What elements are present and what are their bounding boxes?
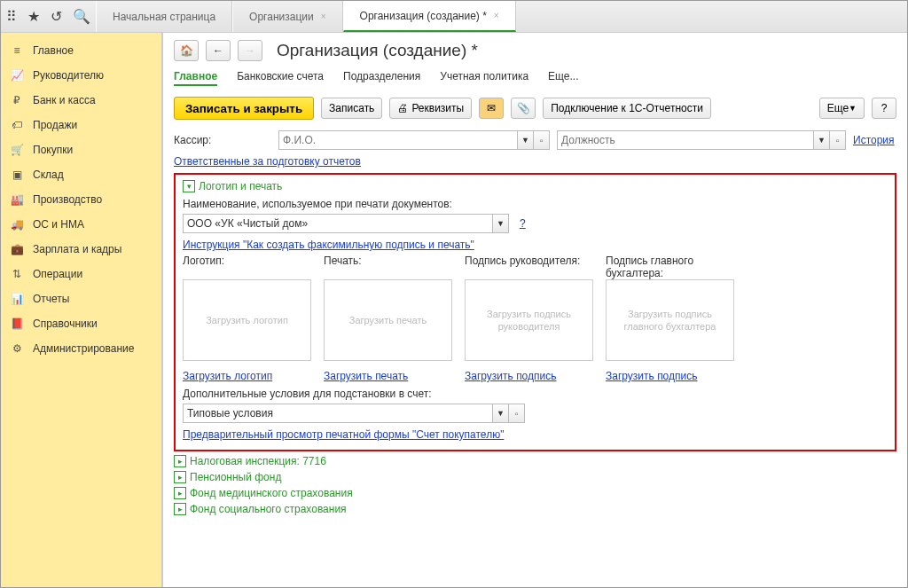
expander-label: Фонд медицинского страхования [190,487,353,499]
list-icon: ≡ [10,44,24,57]
expander-pfr[interactable]: ▸Пенсионный фонд [174,471,896,483]
cashier-position-input[interactable] [557,130,814,150]
expander-fms[interactable]: ▸Фонд медицинского страхования [174,487,896,499]
tag-icon: 🏷 [10,119,24,131]
help-link[interactable]: ? [520,217,526,230]
open-button[interactable]: ▫ [830,130,846,150]
sidebar-item-warehouse[interactable]: ▣Склад [1,162,161,187]
sidebar-item-refs[interactable]: 📕Справочники [1,311,161,336]
sidebar-item-label: Продажи [33,119,77,131]
sidebar-item-production[interactable]: 🏭Производство [1,187,161,212]
sidebar-item-label: Банк и касса [33,94,96,106]
tab-orgs[interactable]: Организации× [232,1,342,32]
cashier-label: Кассир: [174,134,271,146]
gear-icon: ⚙ [10,342,24,355]
sidebar-item-purchases[interactable]: 🛒Покупки [1,137,161,162]
section-title: Логотип и печать [199,180,282,192]
sidebar: ≡Главное 📈Руководителю ₽Банк и касса 🏷Пр… [1,33,162,587]
tab-label: Организации [249,11,314,23]
subtab-bank[interactable]: Банковские счета [237,70,324,86]
expander-fss[interactable]: ▸Фонд социального страхования [174,503,896,515]
expander-label: Налоговая инспекция: 7716 [190,455,326,467]
cashier-fio: ▼ ▫ [278,130,550,150]
upload-accountant-box[interactable]: Загрузить подпись главного бухгалтера [606,279,734,361]
chevron-right-icon: ▸ [174,487,186,499]
forward-button[interactable]: → [238,40,262,61]
close-icon[interactable]: × [321,12,326,21]
cashier-row: Кассир: ▼ ▫ ▼ ▫ История [174,130,896,150]
nav-toolbar: 🏠 ← → Организация (создание) * [163,33,907,65]
tab-start[interactable]: Начальная страница [96,1,232,32]
home-button[interactable]: 🏠 [174,40,199,61]
search-icon[interactable]: 🔍 [73,8,90,25]
save-button[interactable]: Записать [321,98,382,119]
help-button[interactable]: ? [872,98,896,119]
sidebar-item-bank[interactable]: ₽Банк и касса [1,88,161,113]
instruction-link[interactable]: Инструкция "Как создать факсимильную под… [183,239,474,251]
sidebar-item-manager[interactable]: 📈Руководителю [1,63,161,88]
upload-stamp-link[interactable]: Загрузить печать [324,370,452,382]
sidebar-item-reports[interactable]: 📊Отчеты [1,286,161,311]
subtab-more[interactable]: Еще... [548,70,578,86]
dropdown-button[interactable]: ▼ [493,214,509,233]
subtab-policy[interactable]: Учетная политика [440,70,528,86]
sidebar-item-assets[interactable]: 🚚ОС и НМА [1,212,161,237]
expander-label: Пенсионный фонд [190,471,281,483]
history-icon[interactable]: ↺ [51,8,62,25]
close-icon[interactable]: × [494,11,499,20]
button-label: Еще [827,102,849,114]
sidebar-item-hr[interactable]: 💼Зарплата и кадры [1,237,161,262]
sidebar-item-label: Покупки [33,144,73,156]
sidebar-item-admin[interactable]: ⚙Администрирование [1,336,161,361]
apps-icon[interactable]: ⠿ [6,8,17,25]
section-logo-toggle[interactable]: ▾ Логотип и печать [183,180,888,192]
upload-logo-link[interactable]: Загрузить логотип [183,370,311,382]
top-icons: ⠿ ★ ↺ 🔍 [1,1,96,32]
sidebar-item-operations[interactable]: ⇅Операции [1,262,161,286]
attach-button[interactable]: 📎 [511,98,536,119]
upload-director-box[interactable]: Загрузить подпись руководителя [465,279,593,361]
print-name-input[interactable] [183,214,493,233]
sidebar-item-main[interactable]: ≡Главное [1,38,161,63]
open-button[interactable]: ▫ [509,404,525,423]
subtab-subdiv[interactable]: Подразделения [343,70,420,86]
dropdown-button[interactable]: ▼ [518,130,534,150]
upload-columns: Логотип: Загрузить логотип Загрузить лог… [183,255,888,382]
connect-1c-button[interactable]: Подключение к 1С-Отчетности [543,98,711,119]
tab-create-org[interactable]: Организация (создание) *× [343,1,516,32]
upload-accountant-link[interactable]: Загрузить подпись [606,370,734,382]
more-button[interactable]: Еще ▼ [819,98,865,119]
bars-icon: 📊 [10,293,24,305]
sidebar-item-sales[interactable]: 🏷Продажи [1,113,161,137]
button-label: Реквизиты [411,102,464,114]
box-icon: ▣ [10,169,24,181]
dropdown-button[interactable]: ▼ [814,130,830,150]
preview-link[interactable]: Предварительный просмотр печатной формы … [183,428,504,441]
back-button[interactable]: ← [206,40,231,61]
sidebar-item-label: Операции [33,268,82,280]
action-toolbar: Записать и закрыть Записать 🖨Реквизиты ✉… [163,93,907,127]
extra-cond-input[interactable] [183,404,493,423]
sidebar-item-label: Производство [33,193,102,206]
open-button[interactable]: ▫ [534,130,550,150]
upload-director-link[interactable]: Загрузить подпись [465,370,593,382]
chevron-right-icon: ▸ [174,471,186,483]
print-name-combo: ▼ [183,214,509,233]
star-icon[interactable]: ★ [27,8,40,25]
subtab-main[interactable]: Главное [174,70,217,86]
history-link[interactable]: История [853,134,895,146]
upload-logo-box[interactable]: Загрузить логотип [183,279,311,361]
top-bar: ⠿ ★ ↺ 🔍 Начальная страница Организации× … [1,1,907,33]
dropdown-button[interactable]: ▼ [493,404,509,423]
requisites-button[interactable]: 🖨Реквизиты [389,98,472,119]
cashier-fio-input[interactable] [278,130,518,150]
print-name-row: ▼ ? [183,214,888,233]
mail-button[interactable]: ✉ [479,98,504,119]
upload-stamp-box[interactable]: Загрузить печать [324,279,452,361]
save-close-button[interactable]: Записать и закрыть [174,97,314,120]
expander-tax[interactable]: ▸Налоговая инспекция: 7716 [174,455,896,467]
stamp-label: Печать: [324,255,452,279]
accountant-label: Подпись главного бухгалтера: [606,255,734,279]
wallet-icon: 💼 [10,243,24,255]
responsible-link[interactable]: Ответственные за подготовку отчетов [174,155,361,168]
